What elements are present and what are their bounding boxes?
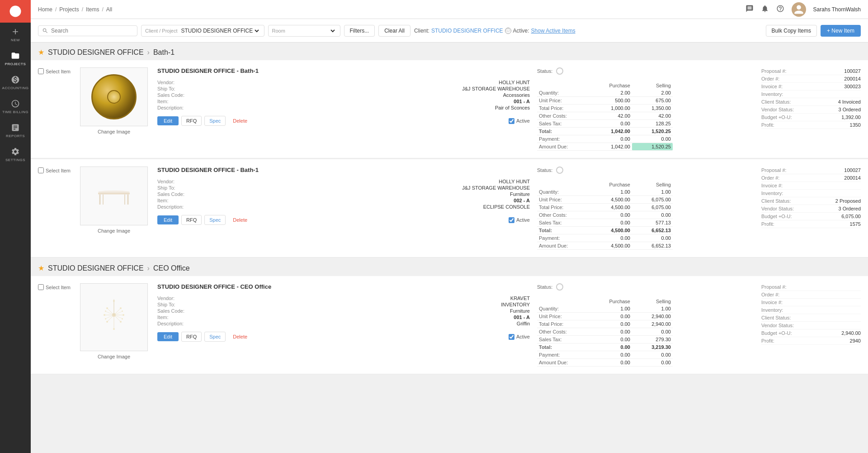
spec-button-2[interactable]: Spec — [204, 215, 226, 225]
section-star: ★ — [38, 48, 44, 57]
section-room-bath1: Bath-1 — [153, 48, 175, 57]
item-3-sales-code: Furniture — [202, 308, 530, 314]
info-icon[interactable]: ⓘ — [505, 28, 511, 34]
edit-button-1[interactable]: Edit — [157, 116, 179, 125]
delete-button-1[interactable]: Delete — [228, 116, 252, 125]
item-3-status: Status: — [537, 283, 754, 291]
change-image-3[interactable]: Change Image — [98, 354, 130, 359]
new-item-button[interactable]: + New Item — [821, 25, 861, 37]
breadcrumb-projects[interactable]: Projects — [59, 6, 79, 13]
select-item-1-label[interactable]: Select Item — [38, 68, 71, 74]
room-filter[interactable]: Room — [268, 25, 340, 37]
active-check-2[interactable]: Active — [509, 217, 530, 223]
sidebar-label-settings: SETTINGS — [5, 158, 25, 162]
sidebar-item-time-billing[interactable]: TIME BILLING — [0, 95, 31, 119]
inventory-row-1: Inventory: — [761, 91, 861, 98]
active-checkbox-1[interactable] — [509, 118, 514, 124]
clear-button[interactable]: Clear All — [378, 25, 410, 37]
section-ceo-title: STUDIO DESIGNER OFFICE › CEO Office — [48, 264, 190, 272]
item-3-pricing: Status: Purchase Selling Quantity: 1.00 … — [537, 283, 754, 367]
select-item-2-label[interactable]: Select Item — [38, 167, 71, 173]
sidebar-item-settings[interactable]: SETTINGS — [0, 143, 31, 167]
ship-to-label: Ship To: — [157, 86, 198, 91]
show-active-link[interactable]: Show Active Items — [531, 28, 576, 34]
app-logo[interactable] — [0, 0, 31, 23]
item-2-details: STUDIO DESIGNER OFFICE - Bath-1 Vendor: … — [157, 167, 530, 250]
section-bath1-header: ★ STUDIO DESIGNER OFFICE › Bath-1 — [31, 43, 868, 60]
filters-button[interactable]: Filters... — [344, 25, 375, 37]
active-checkbox-2[interactable] — [509, 217, 514, 223]
rfq-button-2[interactable]: RFQ — [181, 215, 202, 225]
sidebar-item-accounting[interactable]: ACCOUNTING — [0, 71, 31, 95]
selling-header: Selling — [632, 82, 673, 89]
breadcrumb-home[interactable]: Home — [38, 6, 52, 13]
select-item-1-checkbox[interactable] — [38, 68, 44, 74]
svg-point-13 — [104, 314, 105, 316]
total-row-1: Total Price: 1,000.00 1,350.00 — [537, 105, 754, 112]
change-image-2[interactable]: Change Image — [98, 228, 130, 234]
price-table-2-header: Purchase Selling — [537, 181, 754, 188]
budget-row-1: Budget +O-U: 1,392.00 — [761, 114, 861, 121]
chat-icon[interactable] — [745, 5, 754, 14]
user-name[interactable]: Sarahs ThornWalsh — [813, 6, 861, 13]
active-checkbox-3[interactable] — [509, 334, 514, 340]
room-select[interactable] — [287, 27, 336, 34]
avatar[interactable] — [792, 2, 806, 17]
price-table-2: Purchase Selling Quantity: 1.00 1.00 Uni… — [537, 181, 754, 250]
change-image-1[interactable]: Change Image — [98, 129, 130, 134]
edit-button-3[interactable]: Edit — [157, 332, 179, 341]
section-bath1-title: STUDIO DESIGNER OFFICE › Bath-1 — [48, 48, 175, 57]
price-table-3: Purchase Selling Quantity: 1.00 1.00 Uni… — [537, 298, 754, 367]
svg-point-15 — [123, 314, 124, 316]
item-2-num: 002 - A — [202, 198, 530, 203]
client-project-filter[interactable]: Client / Project STUDIO DESIGNER OFFICE — [141, 25, 264, 37]
notifications-icon[interactable] — [761, 5, 769, 14]
active-check-1[interactable]: Active — [509, 118, 530, 124]
item-1-desc: Pair of Sconces — [202, 105, 530, 110]
sidebar-item-reports[interactable]: REPORTS — [0, 119, 31, 143]
svg-line-26 — [114, 312, 122, 315]
search-input[interactable] — [51, 28, 123, 34]
sidebar-item-projects[interactable]: PROJECTS — [0, 47, 31, 71]
item-1-num: 001 - A — [202, 99, 530, 104]
search-box[interactable] — [38, 25, 137, 36]
svg-rect-5 — [124, 195, 125, 205]
client-value-link[interactable]: STUDIO DESIGNER OFFICE — [431, 28, 503, 34]
select-item-3-label[interactable]: Select Item — [38, 284, 71, 290]
order-row-1: Order #: 200014 — [761, 75, 861, 83]
client-project-select[interactable]: STUDIO DESIGNER OFFICE — [179, 27, 260, 34]
svg-line-22 — [114, 315, 120, 321]
vendor-label: Vendor: — [157, 80, 198, 85]
svg-line-28 — [106, 315, 114, 319]
item-3-desc: Griffin — [202, 321, 530, 326]
select-item-3-checkbox[interactable] — [38, 284, 44, 290]
vendor-status-row-1: Vendor Status: 3 Ordered — [761, 106, 861, 114]
item-1-detail-grid: Vendor: HOLLY HUNT Ship To: J&J STORAGE … — [157, 80, 530, 110]
svg-point-11 — [113, 328, 115, 330]
spec-button-1[interactable]: Spec — [204, 116, 226, 126]
sidebar-item-new[interactable]: NEW — [0, 23, 31, 47]
item-card-1: Select Item Change Image STUDIO DESIGNER… — [31, 60, 868, 158]
table-svg — [96, 178, 132, 214]
active-check-3[interactable]: Active — [509, 334, 530, 340]
price-table-1: Purchase Selling Quantity: 2.00 2.00 Uni… — [537, 82, 754, 151]
delete-button-3[interactable]: Delete — [228, 332, 252, 341]
sales-code-label: Sales Code: — [157, 92, 198, 98]
purchase-header-2: Purchase — [591, 181, 632, 188]
item-1-sales-code: Accessories — [202, 92, 530, 98]
help-icon[interactable] — [776, 5, 784, 14]
bulk-copy-button[interactable]: Bulk Copy Items — [766, 25, 817, 37]
edit-button-2[interactable]: Edit — [157, 215, 179, 224]
main-content: Home / Projects / Items / All Sarahs Tho… — [31, 0, 868, 453]
breadcrumb-items[interactable]: Items — [86, 6, 99, 13]
item-1-image — [80, 67, 148, 126]
delete-button-2[interactable]: Delete — [228, 215, 252, 224]
spec-button-3[interactable]: Spec — [204, 332, 226, 342]
svg-rect-4 — [103, 195, 104, 205]
item-card-3: Select Item — [31, 276, 868, 374]
rfq-button-1[interactable]: RFQ — [181, 116, 202, 126]
section-client-name-ceo: STUDIO DESIGNER OFFICE — [48, 264, 144, 272]
svg-point-29 — [105, 318, 106, 319]
select-item-2-checkbox[interactable] — [38, 167, 44, 173]
rfq-button-3[interactable]: RFQ — [181, 332, 202, 342]
